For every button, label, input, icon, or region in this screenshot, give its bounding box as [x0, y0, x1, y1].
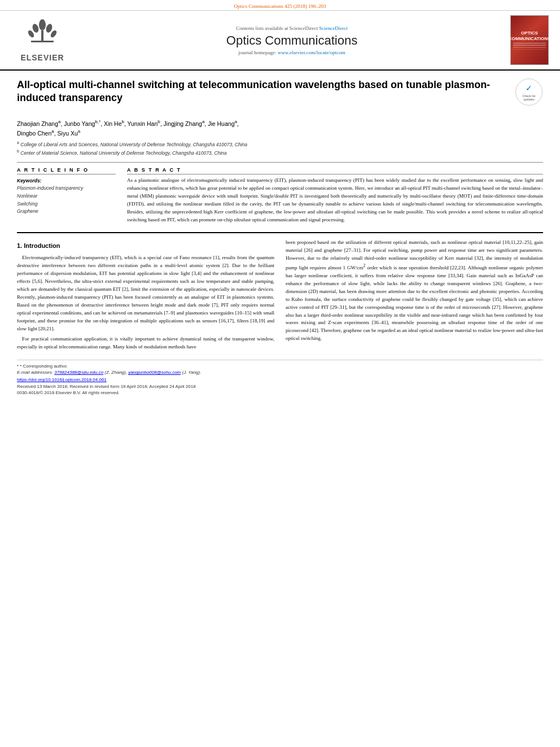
article-info: A R T I C L E I N F O Keywords: Plasmon-… [17, 167, 116, 224]
section-divider-1 [17, 162, 543, 163]
superscript-2: 2 [364, 263, 366, 268]
footer-doi-link[interactable]: https://doi.org/10.1016/j.optcom.2018.04… [17, 377, 107, 382]
col-right: been proposed based on the utilization o… [286, 239, 543, 354]
abstract-section: A B S T R A C T As a plasmonic analogue … [127, 167, 543, 224]
two-column-intro: 1. Introduction Electromagnetically-indu… [17, 239, 543, 354]
keyword-2: Nonlinear [17, 193, 116, 200]
journal-title: Optics Communications [79, 33, 505, 48]
contents-line: Contents lists available at ScienceDirec… [79, 25, 505, 31]
svg-point-2 [45, 23, 54, 33]
article-body: All-optical multi-channel switching at t… [0, 71, 560, 403]
journal-homepage-link[interactable]: www.elsevier.com/locate/optcom [278, 50, 345, 55]
author-sup-b3: b [158, 119, 160, 124]
full-divider [17, 232, 543, 233]
check-badge-box: ✓ Check for updates [515, 78, 542, 106]
article-info-abstract: A R T I C L E I N F O Keywords: Plasmon-… [17, 167, 543, 224]
cover-title: OPTICSCOMMUNICATIONS [509, 30, 551, 41]
author-sup-a5: a [78, 129, 80, 134]
journal-cover: OPTICSCOMMUNICATIONS [510, 15, 549, 65]
article-info-title: A R T I C L E I N F O [17, 167, 116, 174]
svg-rect-6 [31, 41, 54, 42]
author-sup-b2: b [122, 119, 124, 124]
elsevier-logo: ELSEVIER [11, 18, 73, 62]
footer-received: Received 13 March 2018; Received in revi… [17, 384, 543, 389]
check-mark-icon: ✓ [526, 84, 532, 93]
svg-point-0 [39, 19, 46, 30]
author-sup-a3: a [234, 119, 237, 124]
intro-heading: 1. Introduction [17, 241, 274, 251]
author-sup-a2: a [202, 119, 204, 124]
elsevier-text: ELSEVIER [20, 53, 64, 62]
footer-email-label: E-mail addresses: [17, 370, 53, 375]
check-badge: ✓ Check for updates [515, 78, 543, 106]
intro-para-3: been proposed based on the utilization o… [286, 239, 543, 343]
journal-cover-box: OPTICSCOMMUNICATIONS [510, 15, 549, 65]
affil-sup-a: a [17, 141, 19, 145]
keyword-4: Graphene [17, 208, 116, 216]
col-left: 1. Introduction Electromagnetically-indu… [17, 239, 274, 354]
footer-copyright: 0030-4018/© 2018 Elsevier B.V. All right… [17, 390, 543, 395]
author-sup-a4: a [51, 129, 54, 134]
author-sup-b1: b,* [95, 119, 100, 124]
affiliations: a College of Liberal Arts and Sciences, … [17, 140, 543, 156]
author-sup-a1: a [58, 119, 60, 124]
intro-para-1: Electromagnetically-induced transparency… [17, 254, 274, 333]
sciencedirect-link[interactable]: ScienceDirect [319, 25, 347, 31]
header-row: ELSEVIER Contents lists available at Sci… [0, 11, 560, 71]
svg-rect-5 [41, 30, 43, 42]
abstract-text: As a plasmonic analogue of electromagnet… [127, 177, 543, 224]
check-badge-label: Check for updates [518, 94, 540, 101]
article-title-section: All-optical multi-channel switching at t… [17, 78, 543, 113]
page: Optics Communications 425 (2018) 196–203… [0, 0, 560, 403]
footer-doi: https://doi.org/10.1016/j.optcom.2018.04… [17, 377, 543, 382]
keyword-3: Switching [17, 200, 116, 208]
intro-para-2: For practical communication application,… [17, 335, 274, 351]
journal-citation: Optics Communications 425 (2018) 196–203 [234, 3, 326, 9]
svg-point-1 [32, 23, 40, 33]
journal-homepage: journal homepage: www.elsevier.com/locat… [79, 50, 505, 55]
journal-top-bar: Optics Communications 425 (2018) 196–203 [0, 0, 560, 11]
footer-email2-link[interactable]: yangjunbo008@sohu.com [128, 370, 181, 375]
footer-email1-link[interactable]: 376824388@sjtu.edu.cn [54, 370, 103, 375]
abstract-title: A B S T R A C T [127, 167, 543, 174]
journal-info: Contents lists available at ScienceDirec… [79, 25, 505, 55]
authors: Zhaojian Zhanga, Junbo Yangb,*, Xin Heb,… [17, 119, 543, 138]
elsevier-logo-svg [14, 18, 71, 52]
footer-email: E-mail addresses: 376824388@sjtu.edu.cn … [17, 370, 543, 375]
affil-sup-b: b [17, 149, 19, 153]
footer-corresponding: * * Corresponding author. [17, 364, 543, 369]
keywords-label: Keywords: [17, 178, 116, 184]
article-title-text: All-optical multi-channel switching at t… [17, 78, 508, 110]
keyword-1: Plasmon-induced transparency [17, 185, 116, 193]
cover-lines [513, 43, 546, 50]
article-footer: * * Corresponding author. E-mail address… [17, 360, 543, 395]
article-title: All-optical multi-channel switching at t… [17, 78, 508, 105]
